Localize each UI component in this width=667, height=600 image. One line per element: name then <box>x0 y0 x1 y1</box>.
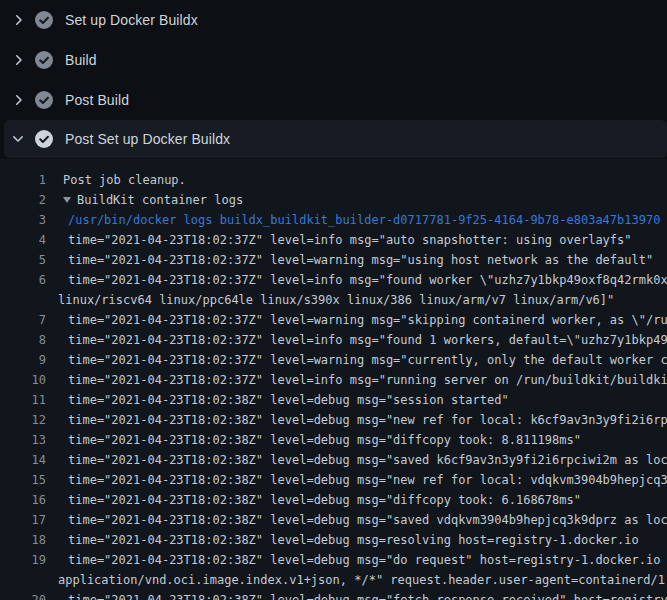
log-row: 16 time="2021-04-23T18:02:38Z" level=deb… <box>0 490 667 510</box>
step-row-post-set-up-docker-buildx[interactable]: Post Set up Docker Buildx <box>4 120 667 158</box>
step-label: Post Set up Docker Buildx <box>65 131 230 147</box>
line-number[interactable]: 7 <box>0 313 46 327</box>
log-text-content: time="2021-04-23T18:02:38Z" level=debug … <box>68 493 581 507</box>
log-row: linux/riscv64 linux/ppc64le linux/s390x … <box>0 290 667 310</box>
log-row: 14 time="2021-04-23T18:02:38Z" level=deb… <box>0 450 667 470</box>
line-number[interactable]: 19 <box>0 553 46 567</box>
line-number[interactable]: 13 <box>0 433 46 447</box>
log-text: time="2021-04-23T18:02:38Z" level=debug … <box>68 453 667 467</box>
log-text-content: time="2021-04-23T18:02:38Z" level=debug … <box>68 593 667 600</box>
log-text-content: BuildKit container logs <box>77 193 243 207</box>
log-row: 8 time="2021-04-23T18:02:37Z" level=info… <box>0 330 667 350</box>
log-row: 5 time="2021-04-23T18:02:37Z" level=warn… <box>0 250 667 270</box>
log-text: time="2021-04-23T18:02:37Z" level=warnin… <box>68 313 667 327</box>
log-row: 20 time="2021-04-23T18:02:38Z" level=deb… <box>0 590 667 600</box>
chevron-right-icon <box>10 12 26 28</box>
log-row[interactable]: 2 BuildKit container logs <box>0 190 667 210</box>
log-text-content: time="2021-04-23T18:02:37Z" level=info m… <box>68 333 667 347</box>
chevron-right-icon <box>10 52 26 68</box>
line-number[interactable]: 10 <box>0 373 46 387</box>
step-row-build[interactable]: Build <box>0 40 667 80</box>
log-row: application/vnd.oci.image.index.v1+json,… <box>0 570 667 590</box>
steps-list: Set up Docker Buildx Build <box>0 0 667 159</box>
line-number[interactable]: 14 <box>0 453 46 467</box>
step-row-set-up-docker-buildx[interactable]: Set up Docker Buildx <box>0 0 667 40</box>
log-text: time="2021-04-23T18:02:38Z" level=debug … <box>68 473 667 487</box>
log-text-content: time="2021-04-23T18:02:37Z" level=warnin… <box>68 313 667 327</box>
log-text-content: application/vnd.oci.image.index.v1+json,… <box>58 573 667 587</box>
line-number[interactable]: 8 <box>0 333 46 347</box>
log-text: time="2021-04-23T18:02:38Z" level=debug … <box>68 513 667 527</box>
step-row-post-build[interactable]: Post Build <box>0 80 667 119</box>
line-number[interactable]: 18 <box>0 533 46 547</box>
line-number[interactable]: 15 <box>0 473 46 487</box>
log-text: time="2021-04-23T18:02:38Z" level=debug … <box>68 393 509 407</box>
check-circle-icon <box>35 51 53 69</box>
log-text-content: time="2021-04-23T18:02:38Z" level=debug … <box>68 533 639 547</box>
collapse-triangle-icon[interactable] <box>63 197 71 203</box>
log-text: time="2021-04-23T18:02:37Z" level=warnin… <box>68 253 653 267</box>
log-text-content: time="2021-04-23T18:02:37Z" level=warnin… <box>68 353 667 367</box>
line-number[interactable]: 5 <box>0 253 46 267</box>
check-circle-icon <box>35 91 53 109</box>
line-number[interactable]: 12 <box>0 413 46 427</box>
log-text-content: time="2021-04-23T18:02:37Z" level=info m… <box>68 373 667 387</box>
log-text-content: time="2021-04-23T18:02:38Z" level=debug … <box>68 453 667 467</box>
log-text: Post job cleanup. <box>63 173 186 187</box>
log-row: 7 time="2021-04-23T18:02:37Z" level=warn… <box>0 310 667 330</box>
log-text-content: time="2021-04-23T18:02:38Z" level=debug … <box>68 413 667 427</box>
log-text: time="2021-04-23T18:02:38Z" level=debug … <box>68 533 639 547</box>
log-text-content: time="2021-04-23T18:02:38Z" level=debug … <box>68 513 667 527</box>
log-row: 4 time="2021-04-23T18:02:37Z" level=info… <box>0 230 667 250</box>
log-row: 15 time="2021-04-23T18:02:38Z" level=deb… <box>0 470 667 490</box>
log-row: 19 time="2021-04-23T18:02:38Z" level=deb… <box>0 550 667 570</box>
log-text-content: time="2021-04-23T18:02:37Z" level=warnin… <box>68 253 653 267</box>
log-lines: 1 Post job cleanup. 2 BuildKit container… <box>0 170 667 600</box>
log-text: time="2021-04-23T18:02:38Z" level=debug … <box>68 493 581 507</box>
line-number[interactable]: 4 <box>0 233 46 247</box>
log-text: time="2021-04-23T18:02:37Z" level=info m… <box>68 273 667 287</box>
step-label: Build <box>65 52 97 68</box>
log-text-content: time="2021-04-23T18:02:38Z" level=debug … <box>68 393 509 407</box>
check-circle-icon <box>35 11 53 29</box>
log-row: 9 time="2021-04-23T18:02:37Z" level=warn… <box>0 350 667 370</box>
log-text: time="2021-04-23T18:02:37Z" level=warnin… <box>68 353 667 367</box>
log-text: BuildKit container logs <box>63 193 243 207</box>
line-number[interactable]: 20 <box>0 593 46 600</box>
log-row: 12 time="2021-04-23T18:02:38Z" level=deb… <box>0 410 667 430</box>
step-label: Set up Docker Buildx <box>65 12 198 28</box>
log-row: 18 time="2021-04-23T18:02:38Z" level=deb… <box>0 530 667 550</box>
line-number[interactable]: 6 <box>0 273 46 287</box>
actions-log-panel: Set up Docker Buildx Build <box>0 0 667 600</box>
log-row: 6 time="2021-04-23T18:02:37Z" level=info… <box>0 270 667 290</box>
log-text: time="2021-04-23T18:02:37Z" level=info m… <box>68 333 667 347</box>
check-circle-icon <box>35 130 53 148</box>
log-command-text: /usr/bin/docker logs buildx_buildkit_bui… <box>68 213 660 227</box>
line-number[interactable]: 3 <box>0 213 46 227</box>
log-text: time="2021-04-23T18:02:38Z" level=debug … <box>68 593 667 600</box>
log-text-content: time="2021-04-23T18:02:38Z" level=debug … <box>68 433 581 447</box>
line-number[interactable]: 17 <box>0 513 46 527</box>
log-text-content: time="2021-04-23T18:02:37Z" level=info m… <box>68 273 667 287</box>
log-text: /usr/bin/docker logs buildx_buildkit_bui… <box>68 213 660 227</box>
log-text: time="2021-04-23T18:02:38Z" level=debug … <box>68 553 667 567</box>
log-text-content: linux/riscv64 linux/ppc64le linux/s390x … <box>58 293 614 307</box>
log-text-content: time="2021-04-23T18:02:37Z" level=info m… <box>68 233 632 247</box>
log-row: 10 time="2021-04-23T18:02:37Z" level=inf… <box>0 370 667 390</box>
log-text-content: time="2021-04-23T18:02:38Z" level=debug … <box>68 553 667 567</box>
line-number[interactable]: 16 <box>0 493 46 507</box>
line-number[interactable]: 2 <box>0 193 46 207</box>
chevron-down-icon <box>10 131 26 147</box>
log-text: time="2021-04-23T18:02:38Z" level=debug … <box>68 433 581 447</box>
line-number[interactable]: 9 <box>0 353 46 367</box>
log-text: time="2021-04-23T18:02:37Z" level=info m… <box>68 373 667 387</box>
chevron-right-icon <box>10 92 26 108</box>
log-row: 17 time="2021-04-23T18:02:38Z" level=deb… <box>0 510 667 530</box>
line-number[interactable]: 11 <box>0 393 46 407</box>
line-number[interactable]: 1 <box>0 173 46 187</box>
log-text-content: Post job cleanup. <box>63 173 186 187</box>
log-row: 3 /usr/bin/docker logs buildx_buildkit_b… <box>0 210 667 230</box>
log-row: 13 time="2021-04-23T18:02:38Z" level=deb… <box>0 430 667 450</box>
step-label: Post Build <box>65 92 129 108</box>
log-row: 11 time="2021-04-23T18:02:38Z" level=deb… <box>0 390 667 410</box>
